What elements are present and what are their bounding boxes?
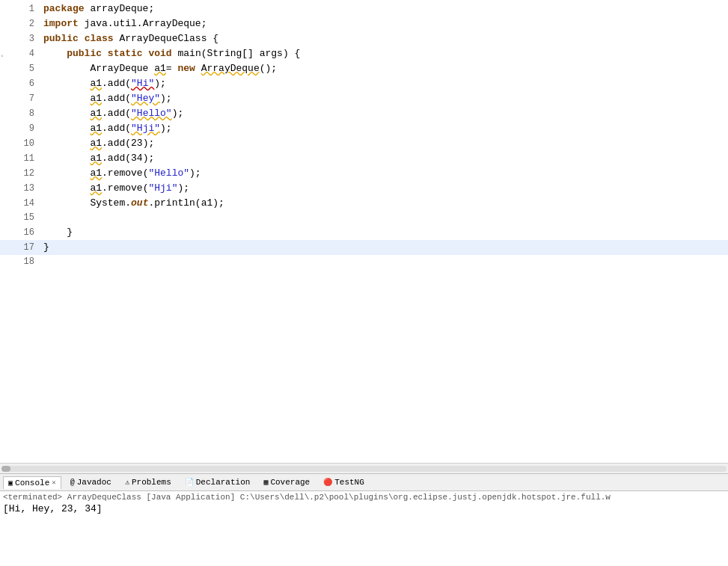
console-tab-close[interactable]: ✕ xyxy=(52,479,55,487)
line-content: a1.add(34); xyxy=(40,151,728,165)
code-line: 3public class ArrayDequeClass { xyxy=(0,31,728,46)
line-content: ArrayDeque a1= new ArrayDeque(); xyxy=(40,61,728,76)
code-editor: 1package arrayDeque;2import java.util.Ar… xyxy=(0,0,728,463)
line-number: 3 xyxy=(10,32,40,46)
line-number: 15 xyxy=(10,211,40,225)
line-content: a1.remove("Hji"); xyxy=(40,181,728,195)
console-tab-icon: ▣ xyxy=(8,479,13,487)
code-line: 13 a1.remove("Hji"); xyxy=(0,181,728,196)
line-number: 6 xyxy=(10,77,40,91)
coverage-tab-label: Coverage xyxy=(270,478,310,487)
declaration-tab-label: Declaration xyxy=(196,478,251,487)
line-number: 7 xyxy=(10,92,40,106)
console-area: <terminated> ArrayDequeClass [Java Appli… xyxy=(0,491,728,566)
line-number: 8 xyxy=(10,107,40,121)
testng-tab-icon: 🔴 xyxy=(323,478,332,487)
line-number: 11 xyxy=(10,152,40,166)
tab-declaration[interactable]: 📄Declaration xyxy=(180,476,255,488)
code-line: 14 System.out.println(a1); xyxy=(0,196,728,211)
line-number: 10 xyxy=(10,137,40,151)
console-output: [Hi, Hey, 23, 34] xyxy=(3,503,725,514)
tab-problems[interactable]: ⚠Problems xyxy=(120,476,176,488)
line-number: 12 xyxy=(10,167,40,181)
code-line: 2import java.util.ArrayDeque; xyxy=(0,16,728,31)
code-line: 15 xyxy=(0,211,728,225)
horizontal-scrollbar[interactable] xyxy=(0,463,728,473)
line-number: 1 xyxy=(10,2,40,16)
scrollbar-track[interactable] xyxy=(1,466,727,472)
console-terminated-text: <terminated> ArrayDequeClass [Java Appli… xyxy=(3,493,725,502)
line-number: 9 xyxy=(10,122,40,136)
code-line: 18 xyxy=(0,255,728,269)
console-tab-label: Console xyxy=(15,479,49,487)
code-line: 7 a1.add("Hey"); xyxy=(0,91,728,106)
code-line: 16 } xyxy=(0,225,728,240)
tab-bar: ▣Console✕@Javadoc⚠Problems📄Declaration▦C… xyxy=(0,473,728,491)
tab-coverage[interactable]: ▦Coverage xyxy=(259,476,314,488)
line-content: a1.remove("Hello"); xyxy=(40,166,728,180)
line-number: 17 xyxy=(10,241,40,255)
line-content: a1.add("Hji"); xyxy=(40,121,728,135)
line-number: 14 xyxy=(10,197,40,211)
line-content: } xyxy=(40,240,728,254)
javadoc-tab-label: Javadoc xyxy=(77,478,111,487)
line-content: System.out.println(a1); xyxy=(40,196,728,210)
line-number: 18 xyxy=(10,255,40,269)
coverage-tab-icon: ▦ xyxy=(263,478,268,487)
line-content: a1.add("Hi"); xyxy=(40,76,728,90)
code-line: 10 a1.add(23); xyxy=(0,136,728,151)
line-number: 4◦ xyxy=(10,47,40,61)
code-line: 4◦ public static void main(String[] args… xyxy=(0,46,728,61)
code-line: 9 a1.add("Hji"); xyxy=(0,121,728,136)
fold-icon[interactable]: ◦ xyxy=(0,49,4,64)
line-content: a1.add(23); xyxy=(40,136,728,150)
code-line: 12 a1.remove("Hello"); xyxy=(0,166,728,181)
code-line: 8 a1.add("Hello"); xyxy=(0,106,728,121)
line-content: a1.add("Hey"); xyxy=(40,91,728,105)
javadoc-tab-icon: @ xyxy=(70,479,75,487)
code-line: 11 a1.add(34); xyxy=(0,151,728,166)
code-line: 5 ArrayDeque a1= new ArrayDeque(); xyxy=(0,61,728,76)
line-content: public class ArrayDequeClass { xyxy=(40,31,728,46)
declaration-tab-icon: 📄 xyxy=(185,478,194,487)
problems-tab-label: Problems xyxy=(132,478,171,487)
code-line: 6 a1.add("Hi"); xyxy=(0,76,728,91)
testng-tab-label: TestNG xyxy=(334,478,364,487)
line-content: package arrayDeque; xyxy=(40,1,728,16)
line-content: import java.util.ArrayDeque; xyxy=(40,16,728,31)
line-content: } xyxy=(40,225,728,239)
line-number: 5 xyxy=(10,62,40,76)
code-lines[interactable]: 1package arrayDeque;2import java.util.Ar… xyxy=(0,0,728,463)
line-number: 2 xyxy=(10,17,40,31)
problems-tab-icon: ⚠ xyxy=(125,478,129,487)
line-number: 16 xyxy=(10,226,40,240)
tab-console[interactable]: ▣Console✕ xyxy=(3,476,61,489)
code-line: 1package arrayDeque; xyxy=(0,1,728,16)
code-line: 17} xyxy=(0,240,728,255)
line-content: public static void main(String[] args) { xyxy=(40,46,728,61)
tab-testng[interactable]: 🔴TestNG xyxy=(319,476,369,488)
line-number: 13 xyxy=(10,182,40,196)
tab-javadoc[interactable]: @Javadoc xyxy=(66,476,116,488)
line-content: a1.add("Hello"); xyxy=(40,106,728,120)
scrollbar-thumb[interactable] xyxy=(1,466,10,472)
